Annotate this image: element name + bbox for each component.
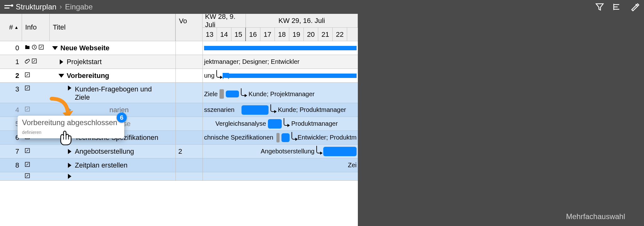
- day-14[interactable]: 14: [217, 28, 231, 41]
- row-vo: [175, 131, 203, 144]
- row-info: [22, 41, 50, 55]
- row-title[interactable]: narien: [50, 103, 175, 117]
- header-info[interactable]: Info: [22, 14, 50, 41]
- task-row-4[interactable]: 4 narien sszenarien Kunde; Produktmanage…: [0, 103, 358, 117]
- gantt-label: Ziele: [204, 91, 218, 98]
- gantt-bar[interactable]: [323, 147, 357, 156]
- edit-icon: [25, 106, 30, 113]
- row-title-label: Kunden-Fragebogen und Ziele: [75, 85, 166, 102]
- week-header-1[interactable]: KW 28, 9. Juli: [203, 14, 246, 27]
- row-vo: [175, 69, 203, 82]
- dependency-link-icon: [284, 118, 289, 126]
- task-row-8[interactable]: 8 Zeitplan erstellen Zei: [0, 158, 358, 172]
- dependency-link-icon: [241, 88, 247, 96]
- row-vo: [175, 172, 203, 180]
- outline-icon[interactable]: [613, 2, 622, 12]
- row-info: [22, 69, 50, 82]
- row-timeline[interactable]: Ziele Kunde; Projektmanager: [203, 83, 358, 103]
- row-title[interactable]: Vorbereitung: [50, 69, 175, 82]
- row-title-label: Vorbereitung: [67, 72, 109, 80]
- settings-icon[interactable]: [630, 2, 640, 12]
- drag-ghost-label: Vorbereitung abgeschlossen: [22, 118, 117, 127]
- row-info: [22, 103, 50, 117]
- task-row-7[interactable]: 7 Angebotserstellung 2 Angebotserstellun…: [0, 145, 358, 158]
- outline-panel: # ▲ Info Titel Vo KW 28, 9. Juli KW 29, …: [0, 14, 358, 226]
- task-row-0[interactable]: 0 Neue Webseite: [0, 41, 358, 55]
- disclosure-down-icon[interactable]: [58, 73, 64, 79]
- filter-icon[interactable]: [595, 2, 604, 12]
- gantt-bar[interactable]: [268, 119, 282, 129]
- drag-ghost-sub: definieren: [22, 130, 42, 135]
- breadcrumb-child[interactable]: Eingabe: [65, 3, 93, 11]
- day-22[interactable]: 22: [333, 28, 347, 41]
- row-title[interactable]: Angebotserstellung: [50, 145, 175, 158]
- disclosure-down-icon[interactable]: [52, 45, 58, 51]
- row-title[interactable]: [50, 172, 175, 180]
- row-num: 0: [0, 41, 22, 55]
- row-vo: [175, 83, 203, 103]
- task-row-2[interactable]: 2 Vorbereitung ung: [0, 69, 358, 83]
- edit-icon: [25, 72, 30, 79]
- dependency-link-icon: [291, 132, 296, 140]
- disclosure-right-icon[interactable]: [67, 174, 72, 179]
- row-timeline[interactable]: Zei: [203, 158, 358, 172]
- task-row-1[interactable]: 1 Projektstart jektmanager; Designer; En…: [0, 55, 358, 69]
- day-18[interactable]: 18: [275, 28, 289, 41]
- row-timeline[interactable]: Angebotserstellung: [203, 145, 358, 158]
- row-title[interactable]: Neue Webseite: [50, 41, 175, 55]
- day-19[interactable]: 19: [289, 28, 304, 41]
- row-vo: 2: [175, 145, 203, 158]
- outline-body: 0 Neue Webseite 1: [0, 41, 358, 181]
- row-vo: [175, 103, 203, 117]
- row-num: 8: [0, 158, 22, 172]
- row-timeline[interactable]: Vergleichsanalyse Produktmanager: [203, 117, 358, 130]
- row-title-label: Neue Webseite: [60, 44, 109, 52]
- row-timeline[interactable]: [203, 172, 358, 180]
- gantt-bar[interactable]: [281, 133, 290, 142]
- row-num: 3: [0, 83, 22, 103]
- row-title[interactable]: Zeitplan erstellen: [50, 158, 175, 172]
- day-20[interactable]: 20: [304, 28, 318, 41]
- gantt-bar[interactable]: [226, 91, 239, 97]
- day-15[interactable]: 15: [231, 28, 246, 41]
- day-21[interactable]: 21: [318, 28, 333, 41]
- row-timeline[interactable]: chnische Spezifikationen Entwickler; Pro…: [203, 131, 358, 144]
- row-timeline[interactable]: [203, 41, 358, 55]
- disclosure-right-icon[interactable]: [67, 107, 72, 113]
- disclosure-right-icon[interactable]: [58, 59, 64, 65]
- task-row-9-partial[interactable]: [0, 172, 358, 181]
- row-info: [22, 145, 50, 158]
- edit-icon: [25, 173, 30, 180]
- disclosure-right-icon[interactable]: [67, 149, 72, 154]
- row-num: 4: [0, 103, 22, 117]
- disclosure-right-icon[interactable]: [67, 163, 72, 168]
- week-header-2[interactable]: KW 29, 16. Juli: [246, 14, 358, 27]
- dependency-link-icon: [216, 70, 221, 78]
- header-num[interactable]: # ▲: [0, 14, 22, 41]
- progress-handle-icon[interactable]: [276, 133, 280, 142]
- gantt-assignees: Entwickler; Produktm: [297, 134, 357, 141]
- dependency-link-icon: [316, 146, 321, 153]
- header-vo[interactable]: Vo: [175, 14, 203, 41]
- header-title[interactable]: Titel: [50, 14, 175, 41]
- gantt-label: Vergleichsanalyse: [215, 120, 266, 127]
- day-16[interactable]: 16: [246, 28, 260, 41]
- gantt-label: chnische Spezifikationen: [204, 134, 273, 141]
- row-vo: [175, 55, 203, 69]
- dependency-link-icon: [270, 104, 276, 112]
- row-title[interactable]: Projektstart: [50, 55, 175, 69]
- gantt-bar[interactable]: [242, 105, 269, 115]
- folder-icon: [25, 44, 30, 52]
- breadcrumb: Strukturplan › Eingabe: [16, 3, 93, 11]
- task-row-3[interactable]: 3 Kunden-Fragebogen und Ziele Ziele Kund…: [0, 83, 358, 103]
- disclosure-right-icon[interactable]: [67, 85, 72, 91]
- row-title[interactable]: Kunden-Fragebogen und Ziele: [50, 83, 175, 103]
- row-timeline[interactable]: sszenarien Kunde; Produktmanager: [203, 103, 358, 117]
- row-title-label: narien: [109, 106, 129, 114]
- day-17[interactable]: 17: [260, 28, 275, 41]
- breadcrumb-root[interactable]: Strukturplan: [16, 3, 56, 11]
- progress-handle-icon[interactable]: [219, 89, 224, 99]
- row-timeline[interactable]: jektmanager; Designer; Entwickler: [203, 55, 358, 69]
- day-13[interactable]: 13: [203, 28, 217, 41]
- row-timeline[interactable]: ung: [203, 69, 358, 82]
